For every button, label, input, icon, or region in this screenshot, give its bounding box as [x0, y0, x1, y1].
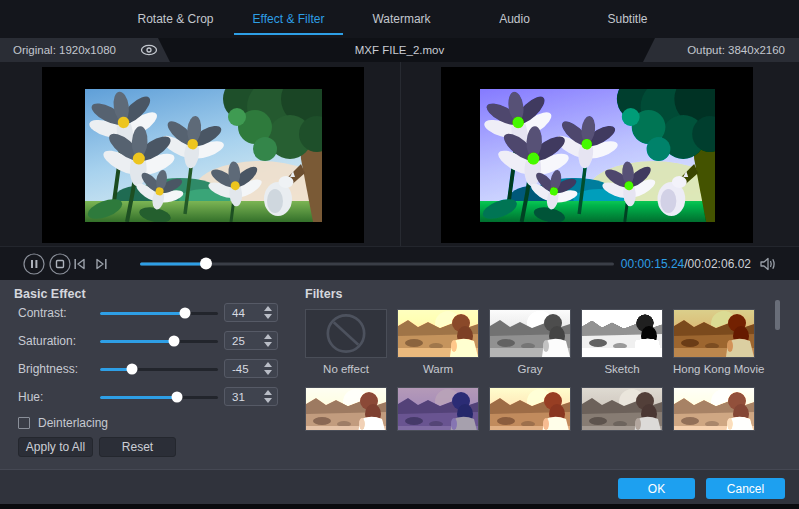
- brightness-down-arrow[interactable]: [264, 370, 272, 375]
- seek-thumb[interactable]: [200, 258, 212, 270]
- tab-subtitle[interactable]: Subtitle: [571, 0, 684, 38]
- next-frame-button[interactable]: [93, 256, 109, 272]
- preview-header: MXF FILE_2.mov Original: 1920x1080 Outpu…: [0, 38, 799, 62]
- hue-down-arrow[interactable]: [264, 398, 272, 403]
- saturation-down-arrow[interactable]: [264, 342, 272, 347]
- brightness-label: Brightness:: [18, 362, 78, 376]
- filter-no-effect[interactable]: No effect: [305, 309, 387, 375]
- tab-bar: Rotate & Crop Effect & Filter Watermark …: [0, 0, 799, 38]
- reset-button[interactable]: Reset: [99, 437, 176, 457]
- dialog-footer: OK Cancel: [0, 469, 799, 504]
- original-video-frame: [85, 89, 322, 222]
- saturation-slider-thumb[interactable]: [168, 336, 179, 347]
- sketch-thumbnail[interactable]: [581, 309, 663, 358]
- saturation-slider[interactable]: [100, 340, 218, 343]
- saturation-label: Saturation:: [18, 334, 76, 348]
- filter-sketch[interactable]: Sketch: [581, 309, 663, 375]
- output-preview: [441, 67, 753, 243]
- filter-row2-tile-5[interactable]: [673, 387, 755, 431]
- cancel-button[interactable]: Cancel: [706, 478, 785, 499]
- contrast-up-arrow[interactable]: [264, 306, 272, 311]
- brightness-spinbox[interactable]: -45: [224, 359, 278, 378]
- deinterlacing-label: Deinterlacing: [38, 416, 108, 430]
- filter-row2-tile-1[interactable]: [305, 387, 387, 431]
- tab-effect-filter[interactable]: Effect & Filter: [232, 0, 345, 38]
- brightness-row: Brightness: -45: [0, 359, 300, 379]
- basic-effect-title: Basic Effect: [14, 287, 86, 301]
- filters-title: Filters: [305, 287, 343, 301]
- filter-label: Sketch: [581, 363, 663, 375]
- original-preview: [42, 67, 364, 243]
- contrast-row: Contrast: 44: [0, 303, 300, 323]
- filter-row2-tile-4[interactable]: [581, 387, 663, 431]
- brightness-up-arrow[interactable]: [264, 362, 272, 367]
- hue-spinbox[interactable]: 31: [224, 387, 278, 406]
- hue-row: Hue: 31: [0, 387, 300, 407]
- output-video-frame: [480, 89, 715, 222]
- stop-button[interactable]: [49, 253, 71, 275]
- effect-panel: Basic Effect Contrast: 44 Saturation: 25…: [0, 280, 799, 469]
- filter-label: No effect: [305, 363, 387, 375]
- window-bottom-strip: [0, 504, 799, 509]
- filter-row2-tile-3[interactable]: [489, 387, 571, 431]
- contrast-slider[interactable]: [100, 312, 218, 315]
- brightness-value: -45: [225, 363, 261, 375]
- time-display: 00:00:15.24/00:02:06.02: [621, 247, 751, 281]
- filter-warm[interactable]: Warm: [397, 309, 479, 375]
- preview-divider: [400, 62, 401, 246]
- deinterlacing-checkbox-row[interactable]: Deinterlacing: [18, 416, 108, 430]
- contrast-slider-thumb[interactable]: [179, 308, 190, 319]
- pause-button[interactable]: [23, 253, 45, 275]
- contrast-spinbox[interactable]: 44: [224, 303, 278, 322]
- hong-kong-movie-thumbnail[interactable]: [673, 309, 755, 358]
- saturation-spinbox[interactable]: 25: [224, 331, 278, 350]
- filters-scrollbar[interactable]: [775, 300, 780, 330]
- no-effect-thumbnail[interactable]: [305, 309, 387, 358]
- apply-to-all-button[interactable]: Apply to All: [18, 437, 93, 457]
- contrast-down-arrow[interactable]: [264, 314, 272, 319]
- seek-slider[interactable]: [140, 262, 614, 265]
- contrast-label: Contrast:: [18, 306, 67, 320]
- no-effect-icon: [306, 310, 386, 357]
- eye-icon[interactable]: [140, 43, 158, 57]
- saturation-row: Saturation: 25: [0, 331, 300, 351]
- effect-filter-dialog: Rotate & Crop Effect & Filter Watermark …: [0, 0, 799, 509]
- filter-label: Gray: [489, 363, 571, 375]
- saturation-up-arrow[interactable]: [264, 334, 272, 339]
- seek-progress: [140, 262, 206, 265]
- original-resolution-tag: Original: 1920x1080: [0, 38, 170, 62]
- output-resolution-label: Output: 3840x2160: [687, 44, 785, 56]
- time-current: 00:00:15.24: [621, 257, 684, 271]
- deinterlacing-checkbox[interactable]: [18, 417, 30, 429]
- filter-row2-tile-2[interactable]: [397, 387, 479, 431]
- filter-label: Hong Kong Movie: [673, 363, 755, 375]
- filter-gray[interactable]: Gray: [489, 309, 571, 375]
- tab-audio[interactable]: Audio: [458, 0, 571, 38]
- hue-value: 31: [225, 391, 261, 403]
- tab-watermark[interactable]: Watermark: [345, 0, 458, 38]
- hue-slider-thumb[interactable]: [172, 392, 183, 403]
- filter-label: Warm: [397, 363, 479, 375]
- saturation-value: 25: [225, 335, 261, 347]
- player-bar: 00:00:15.24/00:02:06.02: [0, 246, 799, 280]
- previous-frame-button[interactable]: [72, 256, 88, 272]
- contrast-value: 44: [225, 307, 261, 319]
- original-resolution-label: Original: 1920x1080: [13, 44, 116, 56]
- brightness-slider-thumb[interactable]: [127, 364, 138, 375]
- tab-rotate-crop[interactable]: Rotate & Crop: [119, 0, 232, 38]
- time-total: 00:02:06.02: [688, 257, 751, 271]
- warm-thumbnail[interactable]: [397, 309, 479, 358]
- ok-button[interactable]: OK: [618, 478, 695, 499]
- gray-thumbnail[interactable]: [489, 309, 571, 358]
- volume-icon[interactable]: [759, 256, 777, 272]
- hue-label: Hue:: [18, 390, 43, 404]
- brightness-slider[interactable]: [100, 368, 218, 371]
- hue-slider[interactable]: [100, 396, 218, 399]
- filter-hong-kong-movie[interactable]: Hong Kong Movie: [673, 309, 755, 375]
- preview-area: [0, 62, 799, 246]
- output-resolution-tag: Output: 3840x2160: [643, 38, 799, 62]
- hue-up-arrow[interactable]: [264, 390, 272, 395]
